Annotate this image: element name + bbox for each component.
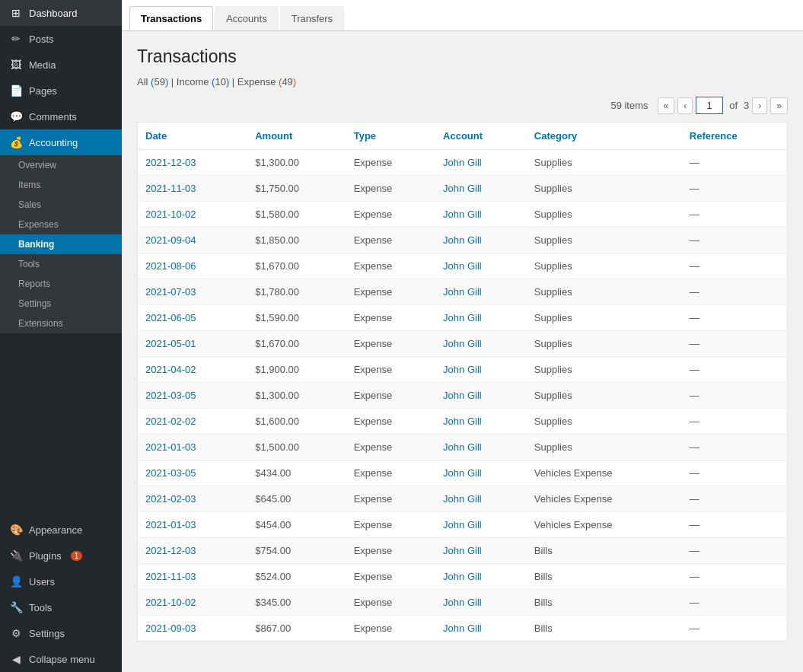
- date-link[interactable]: 2021-12-03: [145, 545, 196, 556]
- date-link[interactable]: 2021-01-03: [145, 519, 196, 530]
- account-link[interactable]: John Gill: [443, 493, 482, 505]
- sidebar-item-settings[interactable]: ⚙ Settings: [0, 620, 122, 646]
- sidebar-item-collapse[interactable]: ◀ Collapse menu: [0, 646, 122, 672]
- date-link[interactable]: 2021-10-02: [145, 597, 196, 608]
- date-link[interactable]: 2021-05-01: [145, 338, 196, 349]
- amount-cell: $754.00: [247, 538, 346, 564]
- col-header-date[interactable]: Date: [138, 123, 248, 150]
- transactions-table: Date Amount Type Account Category Refere…: [137, 122, 788, 642]
- tab-accounts[interactable]: Accounts: [215, 6, 278, 30]
- account-link[interactable]: John Gill: [443, 209, 482, 220]
- account-link[interactable]: John Gill: [443, 338, 482, 349]
- sidebar-label-collapse: Collapse menu: [29, 654, 95, 665]
- account-link[interactable]: John Gill: [443, 545, 482, 556]
- account-link[interactable]: John Gill: [443, 183, 482, 194]
- col-header-type[interactable]: Type: [346, 123, 435, 150]
- sidebar-label-pages: Pages: [29, 85, 57, 97]
- sidebar-subitem-settings[interactable]: Settings: [0, 294, 122, 314]
- sidebar-subitem-sales[interactable]: Sales: [0, 195, 122, 215]
- col-header-category[interactable]: Category: [527, 123, 682, 150]
- reference-cell: —: [682, 228, 788, 253]
- sidebar-item-comments[interactable]: 💬 Comments: [0, 104, 122, 129]
- date-link[interactable]: 2021-03-05: [145, 390, 196, 401]
- date-link[interactable]: 2021-01-03: [145, 441, 196, 453]
- reference-cell: —: [682, 357, 788, 383]
- type-cell: Expense: [346, 512, 435, 538]
- sidebar-item-dashboard[interactable]: ⊞ Dashboard: [0, 0, 122, 26]
- date-link[interactable]: 2021-12-03: [145, 157, 196, 168]
- tabs-bar: Transactions Accounts Transfers: [122, 0, 803, 31]
- category-cell: Supplies: [527, 150, 682, 176]
- sidebar-item-pages[interactable]: 📄 Pages: [0, 78, 122, 104]
- amount-cell: $345.00: [247, 590, 346, 616]
- filter-expense[interactable]: Expense (49): [237, 76, 296, 88]
- account-link[interactable]: John Gill: [443, 286, 482, 298]
- sidebar-subitem-extensions[interactable]: Extensions: [0, 314, 122, 333]
- submenu-label-expenses: Expenses: [18, 219, 59, 230]
- filter-income[interactable]: Income (10): [177, 76, 232, 88]
- date-link[interactable]: 2021-04-02: [145, 364, 196, 375]
- account-link[interactable]: John Gill: [443, 467, 482, 479]
- plugins-badge: 1: [71, 551, 83, 561]
- date-link[interactable]: 2021-02-02: [145, 416, 196, 427]
- amount-cell: $1,580.00: [247, 202, 346, 228]
- sidebar-item-tools[interactable]: 🔧 Tools: [0, 594, 122, 620]
- filter-all[interactable]: All (59): [137, 76, 171, 88]
- account-link[interactable]: John Gill: [443, 597, 482, 608]
- sidebar-bottom: 🎨 Appearance 🔌 Plugins 1 👤 Users 🔧 Tools…: [0, 517, 122, 672]
- account-link[interactable]: John Gill: [443, 441, 482, 453]
- date-link[interactable]: 2021-09-03: [145, 623, 196, 634]
- account-link[interactable]: John Gill: [443, 519, 482, 530]
- sidebar-subitem-banking[interactable]: Banking: [0, 234, 122, 254]
- sidebar-item-media[interactable]: 🖼 Media: [0, 52, 122, 78]
- account-link[interactable]: John Gill: [443, 234, 482, 246]
- date-link[interactable]: 2021-06-05: [145, 312, 196, 323]
- table-row: 2021-03-05$434.00ExpenseJohn GillVehicle…: [138, 460, 788, 486]
- tools-icon: 🔧: [9, 600, 23, 614]
- pagination-current-page[interactable]: [696, 97, 723, 114]
- pagination-last[interactable]: »: [770, 97, 788, 114]
- sidebar-label-plugins: Plugins: [29, 550, 62, 562]
- category-cell: Bills: [527, 538, 682, 564]
- category-cell: Vehicles Expense: [527, 486, 682, 512]
- col-header-reference[interactable]: Reference: [682, 123, 788, 150]
- posts-icon: ✏: [9, 32, 23, 46]
- sidebar-subitem-tools[interactable]: Tools: [0, 254, 122, 274]
- tab-transfers[interactable]: Transfers: [280, 6, 344, 30]
- account-link[interactable]: John Gill: [443, 312, 482, 323]
- account-link[interactable]: John Gill: [443, 157, 482, 168]
- sidebar-subitem-overview[interactable]: Overview: [0, 155, 122, 175]
- amount-cell: $454.00: [247, 512, 346, 538]
- account-link[interactable]: John Gill: [443, 623, 482, 634]
- sidebar-item-posts[interactable]: ✏ Posts: [0, 26, 122, 52]
- date-link[interactable]: 2021-08-06: [145, 260, 196, 272]
- account-link[interactable]: John Gill: [443, 390, 482, 401]
- account-link[interactable]: John Gill: [443, 416, 482, 427]
- account-link[interactable]: John Gill: [443, 571, 482, 582]
- sidebar: ⊞ Dashboard ✏ Posts 🖼 Media 📄 Pages 💬 Co…: [0, 0, 122, 672]
- sidebar-item-plugins[interactable]: 🔌 Plugins 1: [0, 543, 122, 568]
- appearance-icon: 🎨: [9, 523, 23, 537]
- date-link[interactable]: 2021-09-04: [145, 234, 196, 246]
- date-link[interactable]: 2021-11-03: [145, 183, 196, 194]
- sidebar-subitem-expenses[interactable]: Expenses: [0, 215, 122, 234]
- tab-transactions[interactable]: Transactions: [129, 6, 213, 30]
- date-link[interactable]: 2021-07-03: [145, 286, 196, 298]
- account-link[interactable]: John Gill: [443, 260, 482, 272]
- date-link[interactable]: 2021-02-03: [145, 493, 196, 505]
- date-link[interactable]: 2021-10-02: [145, 209, 196, 220]
- main-content: Transactions Accounts Transfers Transact…: [122, 0, 803, 672]
- sidebar-subitem-reports[interactable]: Reports: [0, 274, 122, 294]
- date-link[interactable]: 2021-11-03: [145, 571, 196, 582]
- pagination-prev[interactable]: ‹: [677, 97, 693, 114]
- sidebar-item-appearance[interactable]: 🎨 Appearance: [0, 517, 122, 543]
- pagination-first[interactable]: «: [658, 97, 675, 114]
- col-header-account[interactable]: Account: [435, 123, 527, 150]
- sidebar-item-users[interactable]: 👤 Users: [0, 568, 122, 594]
- col-header-amount[interactable]: Amount: [247, 123, 346, 150]
- date-link[interactable]: 2021-03-05: [145, 467, 196, 479]
- account-link[interactable]: John Gill: [443, 364, 482, 375]
- pagination-next[interactable]: ›: [752, 97, 767, 114]
- sidebar-item-accounting[interactable]: 💰 Accounting: [0, 129, 122, 155]
- sidebar-subitem-items[interactable]: Items: [0, 175, 122, 195]
